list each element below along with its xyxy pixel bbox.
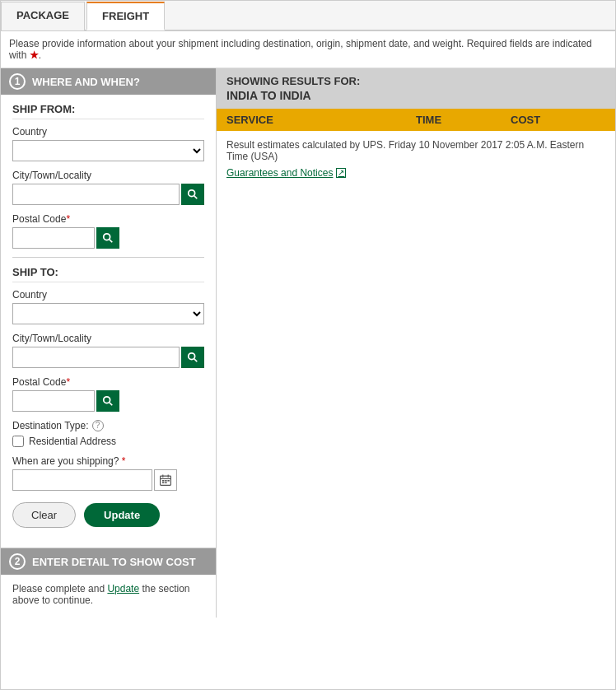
calendar-button[interactable] <box>154 469 177 491</box>
info-bar: Please provide information about your sh… <box>1 31 615 68</box>
svg-point-2 <box>104 234 110 240</box>
ship-from-country-select[interactable] <box>12 140 204 161</box>
residential-address-checkbox[interactable] <box>12 436 24 447</box>
col-time-header: TIME <box>416 114 511 126</box>
section2-number: 2 <box>9 553 26 570</box>
section2-content: Please complete and Update the section a… <box>1 575 216 618</box>
ship-to-city-label: City/Town/Locality <box>12 333 204 344</box>
svg-line-7 <box>110 403 113 406</box>
svg-point-0 <box>189 190 195 197</box>
results-header: SHOWING RESULTS FOR: INDIA TO INDIA <box>217 68 615 109</box>
section2-title: ENTER DETAIL TO SHOW COST <box>32 556 196 568</box>
results-info: Result estimates calculated by UPS. Frid… <box>217 131 615 182</box>
section2-header: 2 ENTER DETAIL TO SHOW COST <box>1 548 216 575</box>
right-panel: SHOWING RESULTS FOR: INDIA TO INDIA SERV… <box>217 68 615 182</box>
svg-point-6 <box>104 397 110 403</box>
search-icon <box>102 232 114 244</box>
external-link-icon: ↗ <box>336 168 346 178</box>
ship-from-city-input[interactable] <box>12 184 180 205</box>
col-cost-header: COST <box>511 114 605 126</box>
result-estimates-text: Result estimates calculated by UPS. Frid… <box>226 139 605 162</box>
left-panel: 1 WHERE AND WHEN? SHIP FROM: Country <box>1 68 217 618</box>
col-service-header: SERVICE <box>226 114 416 126</box>
svg-line-5 <box>194 359 198 362</box>
search-icon <box>187 189 198 200</box>
search-icon <box>102 395 114 407</box>
ship-from-city-label: City/Town/Locality <box>12 170 204 181</box>
showing-results-label: SHOWING RESULTS FOR: <box>226 75 605 87</box>
ship-from-country-group: Country <box>12 126 204 161</box>
ship-from-postal-group: Postal Code* <box>12 213 204 249</box>
ship-to-city-search-button[interactable] <box>181 347 204 368</box>
route-label: INDIA TO INDIA <box>226 89 605 102</box>
residential-address-row: Residential Address <box>12 436 204 447</box>
button-row: Clear Update <box>12 502 204 539</box>
section1-title: WHERE AND WHEN? <box>32 76 140 88</box>
shipping-date-input[interactable] <box>12 469 152 491</box>
destination-type-label: Destination Type: ? <box>12 420 204 431</box>
ship-to-country-label: Country <box>12 289 204 301</box>
destination-type-info-icon[interactable]: ? <box>92 420 104 431</box>
svg-line-3 <box>110 240 113 243</box>
clear-button[interactable]: Clear <box>12 502 76 528</box>
update-button[interactable]: Update <box>84 503 160 527</box>
svg-rect-15 <box>162 482 164 483</box>
residential-address-label: Residential Address <box>29 436 116 447</box>
tab-freight[interactable]: FREIGHT <box>86 2 165 30</box>
tab-package[interactable]: PACKAGE <box>1 2 85 30</box>
divider <box>12 257 204 258</box>
svg-point-4 <box>189 353 195 360</box>
tabs-container: PACKAGE FREIGHT <box>1 1 615 31</box>
section2-message: Please complete and Update the section a… <box>12 583 204 606</box>
destination-type-group: Destination Type: ? Residential Address <box>12 420 204 447</box>
ship-from-postal-input[interactable] <box>12 227 95 249</box>
ship-from-city-search-button[interactable] <box>181 184 204 205</box>
ship-to-postal-group: Postal Code* <box>12 376 204 412</box>
results-table-header: SERVICE TIME COST <box>217 109 615 131</box>
ship-from-country-label: Country <box>12 126 204 138</box>
shipping-date-label: When are you shipping? * <box>12 455 204 467</box>
section2-update-link[interactable]: Update <box>107 583 139 594</box>
calendar-icon <box>159 473 172 487</box>
ship-to-postal-input[interactable] <box>12 390 95 412</box>
ship-to-country-select[interactable] <box>12 303 204 324</box>
guarantees-link[interactable]: Guarantees and Notices ↗ <box>226 167 605 179</box>
ship-to-city-input[interactable] <box>12 347 180 368</box>
svg-rect-13 <box>165 480 166 482</box>
ship-from-postal-label: Postal Code* <box>12 213 204 225</box>
main-content: 1 WHERE AND WHEN? SHIP FROM: Country <box>1 68 615 618</box>
form-area: SHIP FROM: Country City/Town/Locality <box>1 95 216 548</box>
ship-from-city-group: City/Town/Locality <box>12 170 204 205</box>
section1-number: 1 <box>9 73 26 90</box>
search-icon <box>187 352 198 363</box>
section1-header: 1 WHERE AND WHEN? <box>1 68 216 95</box>
svg-rect-16 <box>165 482 166 483</box>
ship-to-postal-search-button[interactable] <box>96 390 119 412</box>
ship-from-postal-search-button[interactable] <box>96 227 119 249</box>
ship-to-postal-label: Postal Code* <box>12 376 204 388</box>
ship-to-country-group: Country <box>12 289 204 324</box>
shipping-date-group: When are you shipping? * <box>12 455 204 491</box>
ship-to-label: SHIP TO: <box>12 266 204 282</box>
svg-rect-12 <box>162 480 164 482</box>
required-star: ★ <box>30 49 39 61</box>
svg-line-1 <box>194 196 198 199</box>
svg-rect-14 <box>167 480 169 482</box>
ship-from-label: SHIP FROM: <box>12 103 204 119</box>
ship-to-city-group: City/Town/Locality <box>12 333 204 368</box>
